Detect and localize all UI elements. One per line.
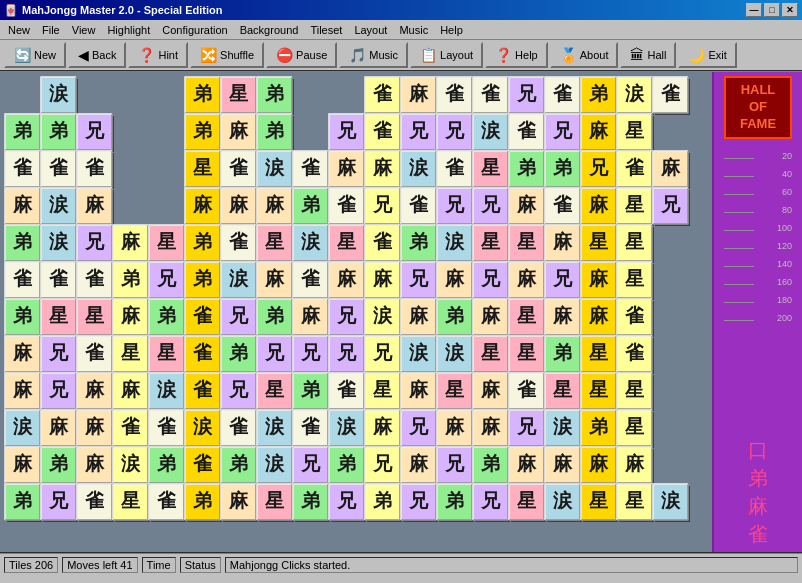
menu-help[interactable]: Help [434, 22, 469, 38]
about-button[interactable]: 🏅About [550, 42, 619, 68]
help-icon: ❓ [495, 47, 512, 63]
chinese-chars: 口弟麻雀 [748, 436, 768, 548]
menu-layout[interactable]: Layout [348, 22, 393, 38]
exit-icon: 🌙 [688, 47, 705, 63]
tiles-label: Tiles [9, 559, 32, 571]
music-icon: 🎵 [349, 47, 366, 63]
new-icon: 🔄 [14, 47, 31, 63]
toolbar: 🔄New ◀Back ❓Hint 🔀Shuffle ⛔Pause 🎵Music … [0, 40, 802, 72]
status-label-segment: Status [180, 557, 221, 573]
status-message-text: Mahjongg Clicks started. [230, 559, 350, 571]
pause-icon: ⛔ [276, 47, 293, 63]
title-text: 🀄 MahJongg Master 2.0 - Special Edition [4, 4, 222, 17]
pause-button[interactable]: ⛔Pause [266, 42, 337, 68]
menu-view[interactable]: View [66, 22, 102, 38]
right-panel: HALL OFFAME 20406080100120140160180200 口… [712, 72, 802, 552]
moves-label: Moves left [67, 559, 117, 571]
shuffle-icon: 🔀 [200, 47, 217, 63]
exit-button[interactable]: 🌙Exit [678, 42, 736, 68]
tiles-segment: Tiles 206 [4, 557, 58, 573]
status-message: Mahjongg Clicks started. [225, 557, 798, 573]
title-controls: — □ ✕ [746, 3, 798, 17]
title-bar: 🀄 MahJongg Master 2.0 - Special Edition … [0, 0, 802, 20]
game-board [0, 72, 712, 552]
hall-of-fame-label: HALL OFFAME [740, 82, 776, 131]
title-icon: 🀄 [4, 4, 18, 17]
menu-music[interactable]: Music [393, 22, 434, 38]
hall-button[interactable]: 🏛Hall [620, 42, 676, 68]
menu-highlight[interactable]: Highlight [101, 22, 156, 38]
music-button[interactable]: 🎵Music [339, 42, 408, 68]
maximize-button[interactable]: □ [764, 3, 780, 17]
shuffle-button[interactable]: 🔀Shuffle [190, 42, 264, 68]
tiles-value: 206 [35, 559, 53, 571]
window-title: MahJongg Master 2.0 - Special Edition [22, 4, 222, 16]
status-label: Status [185, 559, 216, 571]
hint-icon: ❓ [138, 47, 155, 63]
back-button[interactable]: ◀Back [68, 42, 126, 68]
hall-icon: 🏛 [630, 47, 644, 63]
menu-background[interactable]: Background [234, 22, 305, 38]
hall-of-fame-box[interactable]: HALL OFFAME [724, 76, 792, 139]
layout-button[interactable]: 📋Layout [410, 42, 483, 68]
score-chart: 20406080100120140160180200 [724, 151, 792, 428]
menu-new[interactable]: New [2, 22, 36, 38]
close-button[interactable]: ✕ [782, 3, 798, 17]
layout-icon: 📋 [420, 47, 437, 63]
menu-bar: New File View Highlight Configuration Ba… [0, 20, 802, 40]
back-icon: ◀ [78, 47, 89, 63]
menu-configuration[interactable]: Configuration [156, 22, 233, 38]
new-button[interactable]: 🔄New [4, 42, 66, 68]
moves-segment: Moves left 41 [62, 557, 137, 573]
time-label: Time [147, 559, 171, 571]
about-icon: 🏅 [560, 47, 577, 63]
menu-tileset[interactable]: Tileset [304, 22, 348, 38]
main-area: HALL OFFAME 20406080100120140160180200 口… [0, 72, 802, 552]
hint-button[interactable]: ❓Hint [128, 42, 188, 68]
time-segment: Time [142, 557, 176, 573]
status-bar: Tiles 206 Moves left 41 Time Status Mahj… [0, 552, 802, 575]
menu-file[interactable]: File [36, 22, 66, 38]
minimize-button[interactable]: — [746, 3, 762, 17]
moves-value: 41 [120, 559, 132, 571]
help-button[interactable]: ❓Help [485, 42, 548, 68]
